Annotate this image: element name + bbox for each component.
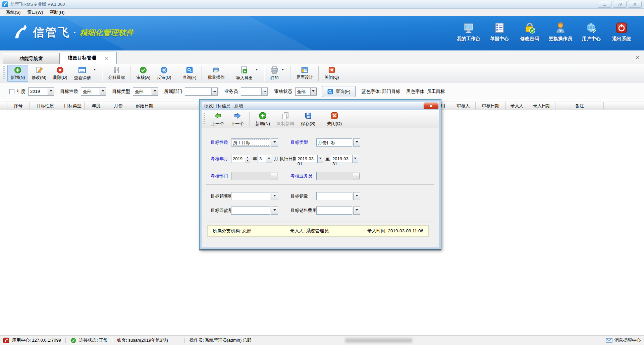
column-header[interactable]: 目标性质 (30, 102, 61, 110)
header-action-switch-operator[interactable]: 更换操作员 (549, 22, 572, 42)
message-center-link[interactable]: 消息提醒中心 (606, 337, 641, 343)
brand-logo: 信管飞 · 精细化管理软件 (12, 24, 134, 41)
chevron-down-icon[interactable] (271, 192, 278, 200)
query-button[interactable]: 查询(F) (179, 65, 200, 82)
save-button[interactable]: 保存(S) (298, 111, 319, 127)
nature-select[interactable]: 全部 (81, 88, 106, 96)
filter-bar: 年度 2019 目标性质 全部 目标类型 全部 所属部门 业务员 审核状态 全部… (0, 83, 644, 100)
year-checkbox[interactable] (9, 89, 14, 94)
dialog-add-button[interactable]: 新增(N) (252, 111, 273, 127)
next-button[interactable]: 下一个 (227, 111, 247, 127)
chevron-down-icon[interactable] (266, 155, 272, 163)
nature-value[interactable]: 员工目标 (231, 138, 270, 147)
search-button[interactable]: 查询(F) (322, 86, 356, 97)
tab-performance-target[interactable]: 绩效目标管理 (60, 52, 117, 64)
sales-qty-combobox[interactable] (316, 192, 360, 200)
sales-amount-value[interactable] (231, 192, 270, 200)
ellipsis-button[interactable] (261, 88, 268, 95)
ellipsis-button[interactable] (353, 173, 360, 179)
dialog-close-button[interactable] (424, 103, 438, 109)
header-action-document-center[interactable]: 单据中心 (488, 22, 511, 42)
close-button[interactable] (628, 1, 642, 8)
restore-button[interactable] (613, 1, 627, 8)
ellipsis-button[interactable] (271, 173, 277, 179)
month-value[interactable]: 3 (258, 155, 266, 163)
sales-amount-combobox[interactable] (231, 192, 278, 200)
performance-target-dialog: 绩效目标信息 - 新增 上一个 下一个 新增(N) 复制新增 保存(S) (199, 99, 441, 249)
sales-amount-label: 目标销售额 (211, 192, 232, 200)
view-detail-button[interactable]: 查看详情 (70, 65, 100, 82)
expense-combobox[interactable] (316, 207, 360, 215)
type-select[interactable]: 全部 (133, 88, 158, 96)
column-header[interactable]: 序号 (7, 102, 30, 110)
column-header[interactable]: 起始日期 (129, 102, 160, 110)
receipt-value[interactable] (231, 207, 270, 215)
date-from-value[interactable]: 2019-03-01 (296, 155, 318, 163)
column-header[interactable]: 备注 (555, 102, 604, 110)
audit-status-select[interactable]: 全部 (295, 88, 317, 96)
audit-button[interactable]: 审核(A) (133, 65, 154, 82)
chevron-down-icon (310, 88, 316, 95)
batch-operation-button[interactable]: 批量操作 (204, 65, 228, 82)
grid-selector-column[interactable] (0, 102, 7, 110)
nature-combobox[interactable]: 员工目标 (231, 138, 278, 147)
chevron-down-icon[interactable] (353, 192, 360, 200)
chevron-down-icon[interactable] (353, 138, 360, 147)
column-header[interactable]: 审核日期 (476, 102, 506, 110)
exec-date-label: 月 执行日期 (274, 155, 297, 163)
date-to-value[interactable]: 2019-03-31 (331, 155, 353, 163)
header-action-workbench[interactable]: 我的工作台 (457, 22, 480, 42)
tab-close-icon[interactable] (104, 56, 109, 60)
sales-qty-value[interactable] (316, 192, 352, 200)
delete-icon (56, 66, 64, 74)
salesman-input[interactable] (241, 88, 268, 96)
spinner-buttons[interactable] (245, 155, 250, 163)
add-button[interactable]: 新增(N) (7, 65, 28, 82)
type-combobox[interactable]: 月份目标 (316, 138, 360, 147)
column-header[interactable]: 目标类型 (61, 102, 85, 110)
date-to-select[interactable]: 2019-03-31 (331, 155, 358, 163)
month-select[interactable]: 3 (258, 155, 272, 163)
column-header[interactable]: 月份 (108, 102, 129, 110)
chevron-down-icon[interactable] (271, 207, 278, 215)
print-button[interactable]: 打印 (267, 65, 288, 82)
tab-navigation[interactable]: 功能导航窗 (3, 53, 60, 64)
chevron-down-icon[interactable] (271, 138, 278, 147)
header-action-exit[interactable]: 退出系统 (610, 22, 633, 42)
receipt-combobox[interactable] (231, 207, 278, 215)
type-value[interactable]: 月份目标 (316, 138, 352, 147)
menu-help[interactable]: 帮助(H) (46, 9, 68, 16)
delete-button[interactable]: 删除(D) (50, 65, 70, 82)
year-select[interactable]: 2019 (28, 88, 54, 96)
dialog-close-toolbar-button[interactable]: 关闭(Q) (323, 111, 345, 127)
expense-value[interactable] (316, 207, 352, 215)
year-value[interactable]: 2019 (231, 155, 245, 163)
import-export-button[interactable]: 导入导出 (232, 65, 262, 82)
ellipsis-button[interactable] (211, 88, 218, 95)
header-action-user-center[interactable]: 用户中心 (580, 22, 602, 42)
edit-button[interactable]: 修改(M) (28, 65, 50, 82)
column-header[interactable]: 审核人 (451, 102, 476, 110)
column-header[interactable]: 录入日期 (528, 102, 555, 110)
status-separator (65, 338, 66, 343)
column-header[interactable]: 录入人 (506, 102, 528, 110)
year-spinner[interactable]: 2019 (231, 155, 250, 163)
header-action-change-password[interactable]: 修改密码 (519, 22, 541, 42)
decompose-target-button[interactable]: 分解目标 (105, 65, 128, 82)
ui-design-button[interactable]: 界面设计 (293, 65, 316, 82)
chevron-down-icon[interactable] (353, 155, 358, 163)
dialog-toolbar-label: 关闭(Q) (327, 121, 342, 127)
menu-window[interactable]: 窗口(W) (24, 9, 46, 16)
menu-system[interactable]: 系统(S) (3, 9, 24, 16)
tabstrip-close-icon[interactable] (635, 55, 640, 60)
chevron-down-icon[interactable] (353, 207, 360, 215)
minimize-button[interactable] (598, 1, 611, 8)
unaudit-button[interactable]: 反审(U) (154, 65, 174, 82)
column-header[interactable]: 年度 (85, 102, 108, 110)
prev-button[interactable]: 上一个 (208, 111, 227, 127)
dept-input[interactable] (185, 88, 218, 96)
chevron-down-icon[interactable] (318, 155, 323, 163)
close-tab-button[interactable]: 关闭(Q) (321, 65, 342, 82)
date-from-select[interactable]: 2019-03-01 (296, 155, 323, 163)
envelope-icon (606, 338, 612, 343)
